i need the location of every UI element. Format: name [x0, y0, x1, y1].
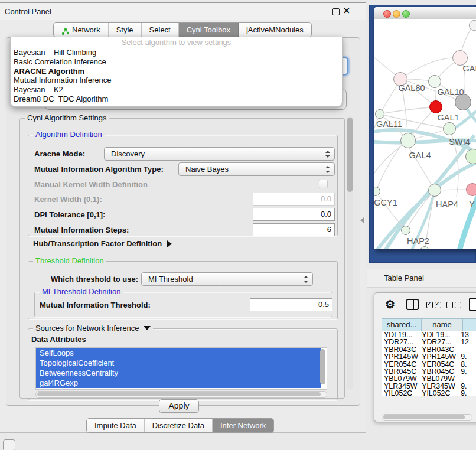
table-cell[interactable]: YPR145W: [419, 353, 458, 360]
settings-scrollbar[interactable]: [347, 116, 353, 389]
scrollbar-thumb[interactable]: [347, 118, 353, 192]
table-cell[interactable]: YLR345W: [419, 383, 458, 390]
maximize-traffic-light-icon[interactable]: [402, 10, 410, 18]
network-node[interactable]: [428, 184, 441, 197]
file-icon[interactable]: [469, 298, 476, 311]
network-node[interactable]: [443, 122, 456, 135]
splitpane-grip-icon[interactable]: [360, 217, 364, 223]
table-cell[interactable]: YER054C: [419, 361, 458, 368]
table-cell[interactable]: YBL079W: [382, 375, 419, 382]
table-row[interactable]: YBR045CYBR045C9.: [382, 368, 476, 375]
sources-title[interactable]: Sources for Network Inference: [33, 324, 153, 332]
table-cell[interactable]: 13: [458, 331, 476, 338]
select-all-icon[interactable]: [426, 300, 443, 311]
network-canvas[interactable]: GALGAL80GAL10GAL11GAL1SWI4GAL4GCY1HAP4YH…: [374, 19, 476, 249]
network-node[interactable]: [469, 20, 476, 31]
table-cell[interactable]: 9.: [458, 383, 476, 390]
column-header-shared[interactable]: shared...: [382, 318, 422, 331]
tab-cyni-toolbox[interactable]: Cyni Toolbox: [179, 23, 239, 37]
tab-impute-data[interactable]: Impute Data: [87, 419, 145, 432]
table-cell[interactable]: 8.: [458, 361, 476, 368]
network-node[interactable]: [375, 109, 384, 119]
table-cell[interactable]: YDL19...: [382, 331, 419, 338]
algorithm-dropdown-popup: Select algorithm to view settings Bayesi…: [10, 37, 343, 107]
column-header-name[interactable]: name: [422, 318, 463, 331]
mi-algorithm-type-combobox[interactable]: Naive Bayes: [178, 162, 335, 176]
table-row[interactable]: YPR145WYPR145W9.: [382, 353, 476, 360]
network-node[interactable]: [400, 133, 416, 148]
table-cell[interactable]: [458, 346, 476, 353]
algorithm-option-mutual-information-inference[interactable]: Mutual Information Inference: [11, 76, 342, 85]
tab-select[interactable]: Select: [142, 23, 179, 37]
attribute-item-gal4rgexp[interactable]: gal4RGexp: [36, 378, 321, 388]
table-row[interactable]: YIL052CYIL052C9.: [382, 390, 476, 396]
split-columns-icon[interactable]: [406, 299, 419, 310]
list-horizontal-scrollbar[interactable]: [35, 391, 327, 398]
collapsed-panel-icon[interactable]: [3, 439, 15, 450]
table-row[interactable]: YBR043CYBR043C: [382, 346, 476, 353]
tab-style[interactable]: Style: [109, 23, 142, 37]
aracne-mode-combobox[interactable]: Discovery: [104, 147, 335, 161]
table-cell[interactable]: YPR145W: [382, 353, 419, 360]
close-icon[interactable]: ✕: [343, 6, 350, 15]
table-cell[interactable]: [458, 375, 476, 382]
manual-kernel-width-checkbox[interactable]: [319, 180, 328, 188]
hub-definition-toggle[interactable]: Hub/Transcription Factor Definition: [33, 239, 172, 248]
float-window-icon[interactable]: [332, 8, 340, 15]
mi-threshold-field[interactable]: 0.5: [250, 298, 332, 311]
settings-gear-icon[interactable]: ⚙: [385, 298, 395, 311]
table-cell[interactable]: YDL19...: [419, 331, 458, 338]
table-cell[interactable]: YBR045C: [419, 368, 458, 375]
list-vertical-scrollbar[interactable]: [320, 349, 325, 384]
minimize-traffic-light-icon[interactable]: [393, 10, 400, 18]
table-cell[interactable]: YBR043C: [382, 346, 419, 353]
close-traffic-light-icon[interactable]: [383, 10, 391, 18]
table-cell[interactable]: YBL079W: [419, 375, 458, 382]
algorithm-option-bayesian-k2[interactable]: Bayesian – K2: [11, 85, 342, 94]
table-cell[interactable]: 9.: [458, 368, 476, 375]
table-row[interactable]: YDL19...YDL19...13: [382, 331, 476, 338]
scrollbar-thumb[interactable]: [37, 392, 321, 396]
network-node[interactable]: [428, 75, 441, 88]
mi-steps-field[interactable]: 6: [253, 223, 335, 236]
table-row[interactable]: YLR345WYLR345W9.: [382, 383, 476, 390]
table-cell[interactable]: 12: [458, 338, 476, 345]
table-row[interactable]: YDR27...YDR27...12: [382, 338, 476, 345]
attribute-item-selfloops[interactable]: SelfLoops: [36, 348, 321, 358]
table-horizontal-scrollbar[interactable]: [382, 414, 472, 421]
algorithm-option-basic-correlation-inference[interactable]: Basic Correlation Inference: [11, 57, 342, 67]
node-label-gal1: GAL1: [437, 113, 459, 122]
attribute-item-betweennesscentrality[interactable]: BetweennessCentrality: [36, 368, 321, 378]
table-cell[interactable]: YIL052C: [419, 390, 458, 396]
deselect-all-icon[interactable]: [446, 300, 463, 311]
table-row[interactable]: YBL079WYBL079W: [382, 375, 476, 382]
table-cell[interactable]: YDR27...: [419, 338, 458, 345]
dpi-tolerance-label: DPI Tolerance [0,1]:: [34, 210, 105, 219]
tab-network[interactable]: Network: [54, 23, 109, 37]
apply-button[interactable]: Apply: [159, 399, 199, 413]
table-cell[interactable]: YER054C: [382, 361, 419, 368]
network-node[interactable]: [466, 183, 476, 196]
scrollbar-thumb[interactable]: [383, 415, 465, 419]
table-cell[interactable]: 9.: [458, 390, 476, 396]
table-cell[interactable]: YDR27...: [382, 338, 419, 345]
algorithm-option-aracne-algorithm[interactable]: ARACNE Algorithm: [11, 67, 342, 76]
algorithm-option-bayesian-hill-climbing[interactable]: Bayesian – Hill Climbing: [11, 48, 342, 57]
table-row[interactable]: YER054CYER054C8.: [382, 361, 476, 368]
tab-infer-network[interactable]: Infer Network: [213, 419, 273, 432]
dpi-tolerance-field[interactable]: 0.0: [253, 208, 335, 221]
network-node[interactable]: [401, 226, 410, 235]
algorithm-option-dream8-dc-tdc-algorithm[interactable]: Dream8 DC_TDC Algorithm: [11, 94, 342, 104]
which-threshold-combobox[interactable]: MI Threshold: [141, 272, 313, 286]
table-cell[interactable]: 9.: [458, 353, 476, 360]
table-cell[interactable]: YBR045C: [382, 368, 419, 375]
attribute-item-topologicalcoefficient[interactable]: TopologicalCoefficient: [36, 358, 321, 368]
table-cell[interactable]: YBR043C: [419, 346, 458, 353]
table-cell[interactable]: YIL052C: [382, 390, 419, 396]
network-node[interactable]: [429, 100, 442, 113]
data-attributes-list[interactable]: SelfLoopsTopologicalCoefficientBetweenne…: [35, 347, 327, 390]
column-header-3[interactable]: [463, 318, 476, 331]
tab-discretize-data[interactable]: Discretize Data: [145, 419, 213, 432]
tab-jactivemnodules[interactable]: jActiveMNodules: [239, 23, 311, 37]
table-cell[interactable]: YLR345W: [382, 383, 419, 390]
